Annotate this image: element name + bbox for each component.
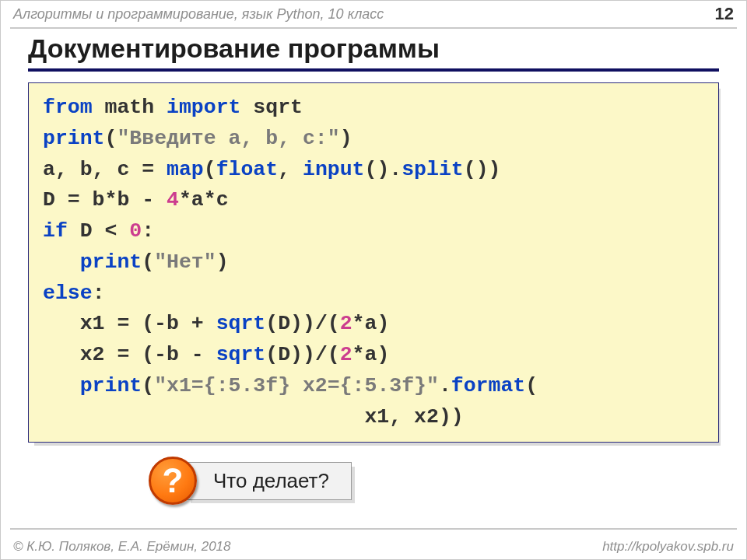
code-text: a, b, c =: [43, 158, 167, 181]
code-text: (: [525, 374, 538, 397]
code-text: ,: [278, 158, 303, 181]
code-text: (: [142, 374, 154, 397]
kw-float: float: [216, 158, 279, 181]
slide-title: Документирование программы: [28, 33, 719, 72]
code-text: :: [142, 219, 154, 243]
kw-split: split: [402, 158, 464, 181]
code-text: sqrt: [240, 96, 303, 119]
kw-sqrt: sqrt: [216, 343, 266, 366]
kw-import: import: [167, 96, 240, 119]
divider-bottom: [10, 528, 737, 530]
code-text: math: [93, 96, 167, 119]
code-text: *a): [352, 312, 390, 335]
question-bar: Что делает?: [186, 462, 352, 500]
code-text: D <: [68, 219, 130, 243]
footer-bar: © К.Ю. Поляков, Е.А. Ерёмин, 2018 http:/…: [1, 539, 746, 555]
number-literal: 4: [167, 188, 179, 212]
code-text: :: [93, 282, 105, 305]
code-text: (: [142, 250, 154, 274]
code-text: [43, 374, 80, 397]
code-text: ()): [464, 158, 501, 181]
code-text: *a*c: [179, 188, 229, 212]
number-literal: 0: [129, 219, 142, 243]
code-text: [43, 250, 80, 274]
kw-from: from: [43, 96, 93, 119]
kw-print: print: [80, 374, 142, 397]
string-literal: "x1={:5.3f} x2={:5.3f}": [154, 374, 439, 397]
question-mark-icon: ?: [149, 457, 197, 505]
kw-sqrt: sqrt: [216, 312, 266, 335]
kw-map: map: [167, 158, 204, 181]
string-literal: "Введите a, b, c:": [117, 127, 339, 150]
code-text: (D))/(: [265, 343, 339, 366]
code-text: ): [216, 250, 229, 274]
divider-top: [10, 27, 737, 29]
kw-input: input: [303, 158, 365, 181]
string-literal: "Нет": [154, 250, 216, 274]
question-text: Что делает?: [186, 462, 352, 500]
code-text: x1 = (-b +: [43, 312, 216, 335]
code-text: ().: [365, 158, 402, 181]
number-literal: 2: [340, 343, 352, 366]
kw-else: else: [43, 282, 93, 305]
course-title: Алгоритмы и программирование, язык Pytho…: [13, 6, 384, 23]
copyright: © К.Ю. Поляков, Е.А. Ерёмин, 2018: [13, 539, 231, 555]
slide: Алгоритмы и программирование, язык Pytho…: [0, 0, 747, 560]
question-block: ? Что делает?: [149, 457, 746, 505]
code-text: *a): [352, 343, 390, 366]
code-text: (D))/(: [265, 312, 339, 335]
code-text: ): [340, 127, 352, 150]
page-number: 12: [715, 4, 734, 24]
code-block: from math import sqrt print("Введите a, …: [28, 82, 719, 443]
code-text: x2 = (-b -: [43, 343, 216, 366]
code-content: from math import sqrt print("Введите a, …: [28, 82, 719, 443]
footer-url: http://kpolyakov.spb.ru: [602, 539, 734, 555]
kw-print: print: [43, 127, 105, 150]
code-text: .: [439, 374, 451, 397]
code-text: (: [204, 158, 216, 181]
kw-format: format: [451, 374, 525, 397]
code-text: (: [105, 127, 117, 150]
kw-print: print: [80, 250, 142, 274]
code-text: D = b*b -: [43, 188, 167, 212]
kw-if: if: [43, 219, 68, 243]
header-bar: Алгоритмы и программирование, язык Pytho…: [1, 1, 746, 26]
code-text: x1, x2)): [43, 405, 464, 429]
number-literal: 2: [340, 312, 352, 335]
